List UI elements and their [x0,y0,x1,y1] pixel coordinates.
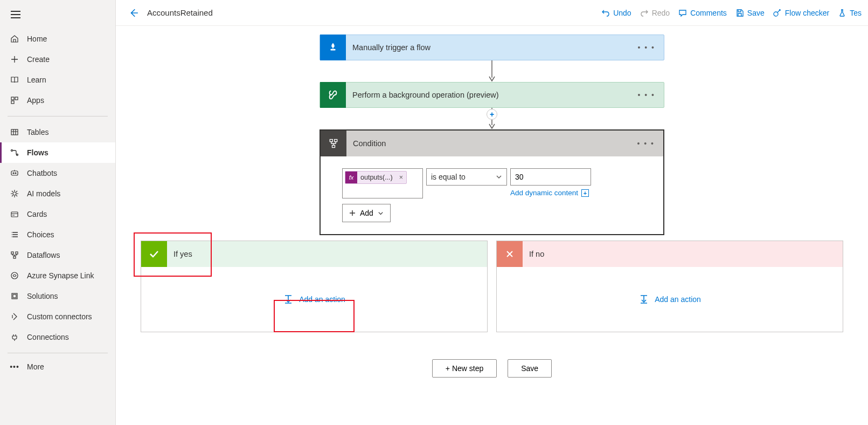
sidebar-item-create[interactable]: Create [0,49,115,70]
home-icon [10,34,19,44]
remove-token-button[interactable]: × [396,174,406,181]
undo-button[interactable]: Undo [601,9,631,17]
more-icon[interactable]: • • • [629,139,663,148]
sidebar-item-synapse-link[interactable]: Azure Synapse Link [0,265,115,286]
chevron-down-icon [378,210,384,216]
condition-value-input[interactable] [510,168,591,186]
flow-checker-button[interactable]: Flow checker [773,9,829,17]
redo-button[interactable]: Redo [640,9,670,17]
sidebar-item-label: Apps [27,96,44,105]
canvas[interactable]: Manually trigger a flow • • • Perform a … [116,26,868,425]
hamburger-button[interactable] [0,4,115,26]
svg-point-17 [774,12,778,16]
condition-title: Condition [346,139,629,148]
sidebar-item-label: AI models [27,189,60,198]
checker-icon [773,9,782,17]
save-button[interactable]: Save [735,9,765,17]
add-action-yes-button[interactable]: Add an action [283,294,345,305]
footer-save-button[interactable]: Save [508,359,552,378]
sidebar-item-tables[interactable]: Tables [0,122,115,142]
sidebar-item-custom-connectors[interactable]: Custom connectors [0,306,115,327]
branch-yes: If yes Add an action [141,241,488,332]
svg-point-4 [11,150,13,152]
add-action-label: Add an action [299,295,345,304]
add-button-label: Add [360,209,373,217]
condition-operator-select[interactable]: is equal to [426,168,507,186]
sidebar-item-ai-models[interactable]: AI models [0,183,115,204]
trigger-card[interactable]: Manually trigger a flow • • • [320,35,664,60]
sidebar-item-label: Solutions [27,292,58,300]
condition-card[interactable]: Condition • • • fx outputs(...) × [320,129,664,235]
cards-icon [10,209,19,219]
svg-rect-21 [330,140,332,142]
test-button[interactable]: Tes [838,9,862,17]
footer-actions: + New step Save [432,359,552,378]
sidebar: Home Create Learn Apps [0,0,116,425]
footer-save-label: Save [521,364,538,373]
sidebar-item-learn[interactable]: Learn [0,70,115,90]
sidebar-item-choices[interactable]: Choices [0,224,115,245]
topbar: AccountsRetained Undo Redo Comments Sav [116,0,868,26]
flow-checker-label: Flow checker [785,9,829,17]
save-icon [735,9,744,17]
sidebar-item-apps[interactable]: Apps [0,90,115,111]
undo-label: Undo [613,9,631,17]
sidebar-item-label: Azure Synapse Link [27,271,94,280]
action-card-bgop[interactable]: Perform a background operation (preview)… [320,82,664,108]
svg-rect-3 [11,129,18,135]
branch-yes-title: If yes [167,250,192,258]
comments-button[interactable]: Comments [678,9,727,17]
svg-rect-23 [332,145,335,147]
expression-text: outputs(...) [357,174,396,181]
svg-point-14 [11,272,18,279]
svg-rect-0 [11,97,14,100]
redo-label: Redo [652,9,670,17]
synapse-icon [10,271,19,280]
dataflows-icon [10,250,19,260]
branch-yes-header[interactable]: If yes [141,241,487,267]
add-action-label: Add an action [655,295,701,304]
branch-no-title: If no [523,250,544,258]
ai-icon [10,189,19,198]
redo-icon [640,9,649,17]
fx-icon: fx [345,172,357,183]
sidebar-item-label: Learn [27,76,46,84]
sidebar-item-label: Chatbots [27,169,57,177]
table-icon [10,127,19,137]
sidebar-item-solutions[interactable]: Solutions [0,286,115,306]
comments-label: Comments [690,9,727,17]
bgop-title: Perform a background operation (preview) [346,91,629,99]
sidebar-item-chatbots[interactable]: Chatbots [0,163,115,183]
sidebar-item-dataflows[interactable]: Dataflows [0,245,115,265]
more-icon[interactable]: • • • [629,43,664,52]
add-dynamic-content-link[interactable]: Add dynamic content + [510,189,589,197]
sidebar-item-flows[interactable]: Flows [0,142,115,163]
branch-no-header[interactable]: If no [497,241,843,267]
condition-left-operand[interactable]: fx outputs(...) × [342,168,423,198]
divider [8,116,108,116]
svg-rect-18 [330,49,335,51]
plus-icon [349,210,356,216]
sidebar-item-connections[interactable]: Connections [0,327,115,347]
condition-body: fx outputs(...) × is equal to [321,156,663,234]
flow-icon [10,148,19,157]
trigger-title: Manually trigger a flow [346,43,629,52]
new-step-button[interactable]: + New step [432,359,497,378]
sidebar-item-home[interactable]: Home [0,29,115,49]
comment-icon [678,9,687,17]
connector-arrow: + [487,108,497,129]
expression-token[interactable]: fx outputs(...) × [345,171,407,184]
connector-icon [10,312,19,321]
sidebar-item-more[interactable]: ••• More [0,357,115,377]
operator-value: is equal to [431,173,466,181]
sidebar-item-cards[interactable]: Cards [0,204,115,224]
back-button[interactable] [129,8,138,18]
insert-step-button[interactable]: + [487,109,497,120]
add-action-no-button[interactable]: Add an action [638,294,701,305]
svg-point-8 [15,173,16,174]
svg-rect-13 [13,256,16,258]
main: AccountsRetained Undo Redo Comments Sav [116,0,868,425]
condition-branches: If yes Add an action [139,241,845,332]
more-icon[interactable]: • • • [629,91,664,99]
add-condition-row-button[interactable]: Add [342,204,391,222]
